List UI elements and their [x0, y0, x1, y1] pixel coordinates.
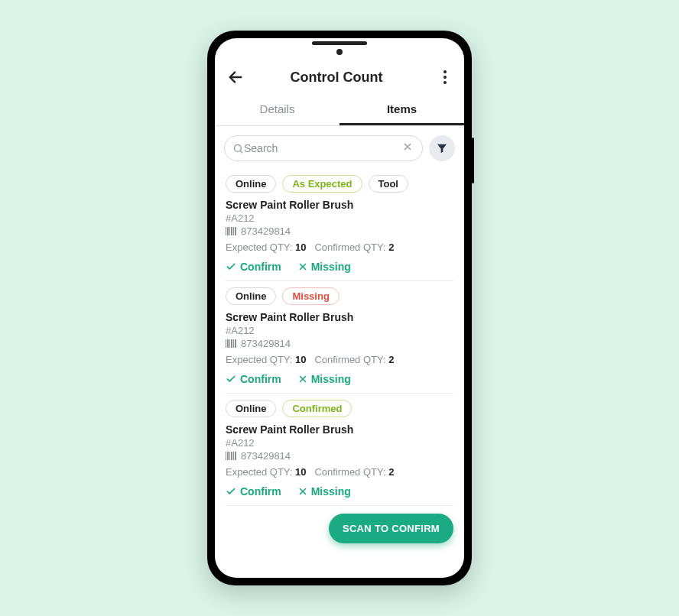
confirm-label: Confirm	[240, 373, 281, 385]
chip-online[interactable]: Online	[226, 175, 276, 193]
chip-status[interactable]: Missing	[282, 287, 339, 305]
barcode-value: 873429814	[241, 225, 291, 237]
expected-qty-value: 10	[295, 354, 306, 365]
item-barcode: 873429814	[226, 338, 453, 349]
page-title: Control Count	[236, 70, 437, 86]
action-row: Confirm Missing	[226, 485, 453, 498]
chip-row: Online Missing	[226, 287, 453, 305]
qty-row: Expected QTY: 10 Confirmed QTY: 2	[226, 466, 453, 478]
list-item: Online Missing Screw Paint Roller Brush …	[215, 281, 464, 393]
confirm-label: Confirm	[240, 261, 281, 273]
barcode-value: 873429814	[241, 338, 291, 349]
app-bar: Control Count	[215, 61, 464, 92]
expected-qty-value: 10	[295, 466, 306, 478]
item-barcode: 873429814	[226, 450, 453, 462]
chip-status[interactable]: Confirmed	[282, 400, 352, 417]
close-icon	[402, 141, 413, 152]
confirm-button[interactable]: Confirm	[226, 373, 281, 385]
clear-search-button[interactable]	[401, 141, 414, 156]
search-row	[215, 126, 464, 169]
search-input[interactable]	[244, 142, 401, 154]
chip-category[interactable]: Tool	[369, 175, 408, 193]
item-name: Screw Paint Roller Brush	[226, 423, 453, 436]
missing-button[interactable]: Missing	[298, 485, 351, 498]
search-field[interactable]	[224, 135, 423, 161]
chip-row: Online As Expected Tool	[226, 175, 453, 193]
missing-label: Missing	[311, 373, 351, 385]
check-icon	[226, 261, 236, 272]
item-code: #A212	[226, 212, 453, 224]
expected-qty-label: Expected QTY:	[226, 242, 292, 253]
item-name: Screw Paint Roller Brush	[226, 199, 453, 211]
tab-items[interactable]: Items	[340, 95, 464, 125]
item-barcode: 873429814	[226, 225, 453, 237]
confirmed-qty-value: 2	[388, 242, 394, 253]
confirmed-qty-value: 2	[388, 354, 394, 365]
more-menu-button[interactable]	[437, 70, 453, 84]
missing-button[interactable]: Missing	[298, 373, 351, 385]
expected-qty-value: 10	[295, 242, 306, 253]
funnel-icon	[436, 142, 448, 154]
confirm-button[interactable]: Confirm	[226, 485, 281, 498]
fab-area: SCAN TO CONFIRM	[215, 506, 464, 556]
search-icon	[232, 143, 244, 154]
check-icon	[226, 374, 236, 384]
action-row: Confirm Missing	[226, 373, 453, 385]
qty-row: Expected QTY: 10 Confirmed QTY: 2	[226, 242, 453, 253]
action-row: Confirm Missing	[226, 261, 453, 273]
expected-qty-label: Expected QTY:	[226, 466, 292, 478]
list-item: Online As Expected Tool Screw Paint Roll…	[215, 169, 464, 280]
svg-line-2	[240, 151, 242, 153]
expected-qty-label: Expected QTY:	[226, 354, 292, 365]
missing-label: Missing	[311, 485, 351, 498]
item-list: Online As Expected Tool Screw Paint Roll…	[215, 169, 464, 578]
list-item: Online Confirmed Screw Paint Roller Brus…	[215, 394, 464, 505]
barcode-icon	[226, 452, 236, 460]
check-icon	[226, 486, 236, 497]
confirmed-qty-label: Confirmed QTY:	[314, 242, 385, 253]
screen: Control Count Details Items	[215, 38, 464, 578]
x-icon	[298, 487, 307, 496]
chip-row: Online Confirmed	[226, 400, 453, 417]
confirmed-qty-label: Confirmed QTY:	[314, 354, 385, 365]
x-icon	[298, 262, 307, 271]
confirm-label: Confirm	[240, 485, 281, 498]
confirmed-qty-label: Confirmed QTY:	[314, 466, 385, 478]
confirm-button[interactable]: Confirm	[226, 261, 281, 273]
phone-frame: Control Count Details Items	[207, 31, 472, 585]
barcode-value: 873429814	[241, 450, 291, 462]
missing-label: Missing	[311, 261, 351, 273]
x-icon	[298, 374, 307, 384]
barcode-icon	[226, 227, 236, 235]
confirmed-qty-value: 2	[388, 466, 394, 478]
item-code: #A212	[226, 437, 453, 449]
missing-button[interactable]: Missing	[298, 261, 351, 273]
item-code: #A212	[226, 325, 453, 336]
scan-to-confirm-button[interactable]: SCAN TO CONFIRM	[329, 514, 453, 543]
tab-bar: Details Items	[215, 95, 464, 126]
tab-details[interactable]: Details	[215, 95, 340, 125]
qty-row: Expected QTY: 10 Confirmed QTY: 2	[226, 354, 453, 365]
barcode-icon	[226, 339, 236, 348]
item-name: Screw Paint Roller Brush	[226, 311, 453, 323]
chip-online[interactable]: Online	[226, 287, 276, 305]
chip-status[interactable]: As Expected	[282, 175, 362, 193]
svg-point-1	[235, 144, 242, 151]
side-button	[472, 138, 474, 183]
filter-button[interactable]	[429, 135, 455, 161]
chip-online[interactable]: Online	[226, 400, 276, 417]
